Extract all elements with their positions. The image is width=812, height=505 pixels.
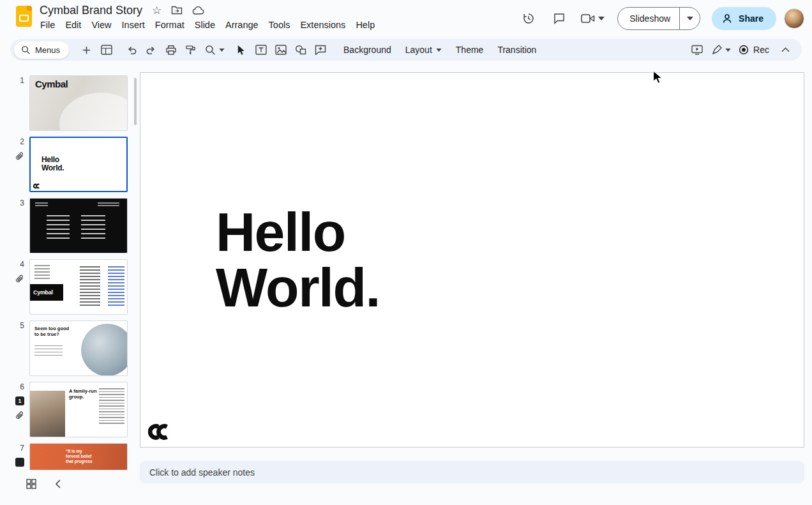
comments-icon[interactable] — [548, 7, 571, 30]
menu-tools[interactable]: Tools — [264, 18, 296, 32]
slides-app-icon[interactable] — [16, 6, 32, 27]
add-comment-icon — [315, 45, 326, 55]
cymbal-logo[interactable] — [148, 423, 172, 441]
thumb6-photo — [30, 391, 65, 437]
menu-insert[interactable]: Insert — [117, 18, 150, 32]
search-icon — [21, 45, 31, 55]
slide-number: 2 — [20, 137, 24, 146]
print-icon — [165, 45, 177, 56]
present-display-icon — [691, 45, 703, 55]
insert-image-button[interactable] — [272, 41, 289, 59]
menu-bar: File Edit View Insert Format Slide Arran… — [35, 18, 380, 32]
menu-view[interactable]: View — [86, 18, 116, 32]
add-comment-button[interactable] — [312, 41, 329, 59]
document-title[interactable]: Cymbal Brand Story — [40, 4, 142, 17]
paperclip-icon[interactable] — [15, 274, 24, 283]
slide-heading-text[interactable]: Hello World. — [216, 204, 380, 315]
speaker-notes-input[interactable]: Click to add speaker notes — [140, 461, 804, 483]
print-button[interactable] — [162, 41, 179, 59]
filmstrip-row-4: 4 Cymbal — [10, 259, 137, 315]
slideshow-options-button[interactable] — [679, 8, 700, 29]
slide-thumbnail-7[interactable]: “It is my fervent belief that progress — [29, 443, 128, 470]
slide-canvas[interactable]: Hello World. — [140, 72, 804, 448]
plus-icon — [82, 45, 91, 55]
templates-icon — [101, 45, 112, 55]
layout-button[interactable]: Layout — [398, 41, 449, 59]
filmstrip-row-7: 7 “It is my fervent belief that progress — [10, 443, 137, 470]
menu-slide[interactable]: Slide — [190, 18, 220, 32]
record-button[interactable]: Rec — [732, 41, 776, 59]
meet-button[interactable] — [578, 13, 607, 24]
account-avatar[interactable] — [784, 8, 804, 29]
thumb3-list-column — [47, 215, 70, 242]
thumb3-text-block — [35, 202, 48, 207]
menu-file[interactable]: File — [35, 18, 60, 32]
collapse-filmstrip-button[interactable] — [56, 479, 61, 488]
grid-view-button[interactable] — [26, 479, 36, 489]
slide-number: 4 — [20, 260, 24, 269]
menu-extensions[interactable]: Extensions — [295, 18, 350, 32]
background-button[interactable]: Background — [336, 41, 398, 59]
menus-search-button[interactable]: Menus — [14, 41, 69, 59]
chevron-down-icon — [687, 17, 693, 20]
undo-icon — [126, 45, 137, 55]
slideshow-button[interactable]: Slideshow — [618, 8, 679, 29]
templates-button[interactable] — [98, 41, 115, 59]
slide-thumbnail-2-selected[interactable]: Hello World. — [29, 137, 128, 192]
slide-thumbnail-1[interactable]: Cymbal — [29, 75, 128, 131]
menu-arrange[interactable]: Arrange — [220, 18, 264, 32]
menu-help[interactable]: Help — [350, 18, 380, 32]
top-bar: Cymbal Brand Story ☆ File Edit View Inse… — [0, 0, 812, 37]
theme-button[interactable]: Theme — [449, 41, 491, 59]
select-tool-button[interactable] — [232, 41, 250, 59]
thumb5-heading: Seem too good to be true? — [34, 326, 69, 337]
menu-edit[interactable]: Edit — [60, 18, 86, 32]
thumb6-text-column — [99, 388, 124, 425]
paint-format-icon — [185, 45, 196, 56]
thumb7-quote: “It is my fervent belief that progress — [66, 449, 110, 464]
share-button[interactable]: Share — [712, 7, 776, 30]
paperclip-icon[interactable] — [15, 411, 24, 420]
star-icon[interactable]: ☆ — [152, 5, 162, 16]
move-folder-icon[interactable] — [171, 5, 183, 15]
undo-button[interactable] — [123, 41, 140, 59]
thumb4-brand-box: Cymbal — [30, 284, 63, 301]
insert-shape-button[interactable] — [292, 41, 309, 59]
zoom-button[interactable] — [202, 41, 219, 59]
zoom-icon — [205, 45, 216, 56]
rec-label: Rec — [753, 45, 769, 55]
slideshow-split-button: Slideshow — [617, 7, 700, 30]
slide-thumbnail-4[interactable]: Cymbal — [29, 259, 128, 315]
thumb3-list-column — [81, 215, 105, 242]
slide-thumbnail-5[interactable]: Seem too good to be true? — [29, 320, 128, 376]
chevron-down-icon — [598, 17, 605, 20]
toolbar: Menus Background Layout Theme — [10, 39, 802, 61]
filmstrip-scrollbar[interactable] — [134, 78, 137, 125]
new-slide-button[interactable] — [78, 41, 95, 59]
text-box-icon — [255, 45, 267, 55]
cursor-icon — [236, 45, 246, 56]
thumb4-text-column — [80, 266, 100, 306]
pointer-dropdown[interactable] — [725, 49, 731, 52]
collapse-toolbar-button[interactable] — [777, 41, 794, 59]
filmstrip-row-5: 5 Seem too good to be true? — [10, 320, 137, 376]
cloud-status-icon[interactable] — [192, 6, 205, 15]
person-icon — [721, 13, 733, 24]
text-box-button[interactable] — [252, 41, 269, 59]
paint-format-button[interactable] — [182, 41, 199, 59]
version-history-icon[interactable] — [517, 7, 540, 30]
zoom-dropdown[interactable] — [219, 49, 225, 52]
comment-count-badge[interactable]: 1 — [15, 396, 24, 405]
video-camera-icon — [581, 13, 595, 24]
redo-button[interactable] — [142, 41, 160, 59]
laser-pointer-button[interactable] — [708, 41, 725, 59]
slide-thumbnail-6[interactable]: A family-run group. — [29, 382, 128, 437]
paperclip-icon[interactable] — [15, 151, 24, 161]
comment-count-badge[interactable] — [15, 458, 24, 467]
slide-number: 5 — [20, 321, 24, 330]
thumb5-photo — [81, 324, 128, 376]
transition-button[interactable]: Transition — [490, 41, 543, 59]
present-display-button[interactable] — [688, 41, 705, 59]
slide-thumbnail-3[interactable] — [29, 198, 128, 253]
menu-format[interactable]: Format — [150, 18, 190, 32]
